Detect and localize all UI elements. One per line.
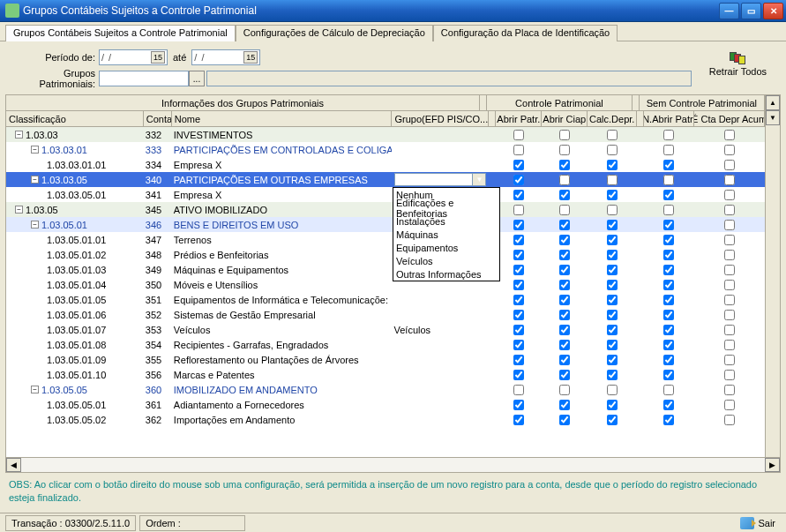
date-from-picker-icon[interactable]: 15 (151, 51, 165, 64)
checkbox-ac[interactable] (559, 205, 570, 215)
date-from-input[interactable]: / / 15 (99, 49, 168, 65)
checkbox-cd[interactable] (607, 280, 618, 290)
checkbox-ec[interactable] (724, 325, 735, 335)
checkbox-na[interactable] (663, 295, 674, 305)
checkbox-na[interactable] (663, 130, 674, 140)
scroll-left-button[interactable]: ◀ (6, 458, 21, 472)
checkbox-ec[interactable] (724, 235, 735, 245)
checkbox-na[interactable] (663, 175, 674, 185)
horizontal-scrollbar[interactable]: ◀ ▶ (6, 457, 780, 472)
checkbox-cd[interactable] (607, 310, 618, 320)
checkbox-na[interactable] (663, 415, 674, 425)
checkbox-na[interactable] (663, 340, 674, 350)
checkbox-cd[interactable] (607, 415, 618, 425)
grupos-browse-button[interactable]: ... (189, 71, 205, 86)
checkbox-ap[interactable] (513, 295, 524, 305)
tab-grupos[interactable]: Grupos Contábeis Sujeitos a Controle Pat… (5, 25, 236, 41)
col-conta[interactable]: Conta (144, 111, 172, 126)
checkbox-na[interactable] (663, 190, 674, 200)
checkbox-ac[interactable] (559, 340, 570, 350)
tree-toggle[interactable]: − (31, 386, 39, 393)
table-row[interactable]: 1.03.05.01.03349Máquinas e Equipamentos (6, 262, 765, 277)
checkbox-ap[interactable] (513, 280, 524, 290)
checkbox-ac[interactable] (559, 190, 570, 200)
tree-toggle[interactable]: − (15, 131, 23, 139)
col-abrir-patr[interactable]: Abrir Patr. (496, 111, 542, 126)
date-to-input[interactable]: / / 15 (191, 49, 260, 65)
checkbox-ec[interactable] (724, 370, 735, 380)
dropdown-option[interactable]: Edificações e Benfeitorias (393, 201, 499, 214)
checkbox-na[interactable] (663, 280, 674, 290)
scroll-up-button[interactable]: ▲ (766, 95, 780, 110)
checkbox-cd[interactable] (607, 220, 618, 230)
checkbox-ec[interactable] (724, 310, 735, 320)
checkbox-na[interactable] (663, 235, 674, 245)
table-row[interactable]: −1.03.05.05360IMOBILIZADO EM ANDAMENTO (6, 382, 765, 397)
checkbox-ap[interactable] (513, 130, 524, 140)
checkbox-ac[interactable] (559, 355, 570, 365)
checkbox-ec[interactable] (724, 160, 735, 170)
table-row[interactable]: 1.03.05.01.06352Sistemas de Gestão Empre… (6, 307, 765, 322)
checkbox-ac[interactable] (559, 235, 570, 245)
checkbox-ac[interactable] (559, 175, 570, 185)
grid-body[interactable]: −1.03.03332INVESTIMENTOS−1.03.03.01333PA… (6, 127, 765, 457)
checkbox-ap[interactable] (513, 400, 524, 410)
checkbox-ap[interactable] (513, 220, 524, 230)
table-row[interactable]: 1.03.05.01.05351Equipamentos de Informát… (6, 292, 765, 307)
tree-toggle[interactable]: − (31, 176, 39, 184)
checkbox-ac[interactable] (559, 370, 570, 380)
checkbox-ap[interactable] (513, 190, 524, 200)
checkbox-ap[interactable] (513, 355, 524, 365)
checkbox-ec[interactable] (724, 280, 735, 290)
grupo-dropdown[interactable]: NenhumEdificações e BenfeitoriasInstalaç… (393, 187, 500, 281)
checkbox-ap[interactable] (513, 250, 524, 260)
tree-toggle[interactable]: − (15, 206, 23, 214)
checkbox-ec[interactable] (724, 175, 735, 185)
checkbox-cd[interactable] (607, 130, 618, 140)
col-nome[interactable]: Nome (172, 111, 393, 126)
checkbox-na[interactable] (663, 400, 674, 410)
checkbox-ap[interactable] (513, 385, 524, 395)
vertical-scrollbar[interactable]: ▲ ▼ (765, 95, 780, 457)
checkbox-ec[interactable] (724, 205, 735, 215)
checkbox-cd[interactable] (607, 370, 618, 380)
checkbox-ec[interactable] (724, 250, 735, 260)
scroll-track[interactable] (21, 458, 765, 472)
checkbox-cd[interactable] (607, 145, 618, 155)
table-row[interactable]: 1.03.05.01.08354Recipientes - Garrafas, … (6, 337, 765, 352)
checkbox-cd[interactable] (607, 205, 618, 215)
cell-grupo[interactable]: Veículos (393, 325, 490, 335)
checkbox-ap[interactable] (513, 145, 524, 155)
tree-toggle[interactable]: − (31, 146, 39, 154)
table-row[interactable]: −1.03.03332INVESTIMENTOS (6, 127, 765, 142)
checkbox-na[interactable] (663, 385, 674, 395)
dropdown-option[interactable]: Outras Informações (393, 267, 499, 281)
checkbox-ac[interactable] (559, 400, 570, 410)
checkbox-ap[interactable] (513, 325, 524, 335)
checkbox-ap[interactable] (513, 340, 524, 350)
scroll-down-button[interactable]: ▼ (766, 110, 780, 125)
checkbox-ac[interactable] (559, 250, 570, 260)
checkbox-na[interactable] (663, 205, 674, 215)
retrair-todos-button[interactable]: Retrair Todos (709, 52, 767, 77)
table-row[interactable]: 1.03.05.05.01361Adiantamento a Fornecedo… (6, 397, 765, 412)
col-grupo[interactable]: Grupo(EFD PIS/CO... (392, 111, 489, 126)
table-row[interactable]: −1.03.03.05340PARTICIPAÇÕES EM OUTRAS EM… (6, 172, 765, 187)
grupos-input[interactable] (99, 71, 189, 86)
table-row[interactable]: 1.03.03.01.01334Empresa X (6, 157, 765, 172)
checkbox-cd[interactable] (607, 355, 618, 365)
minimize-button[interactable]: — (719, 3, 739, 19)
checkbox-ac[interactable] (559, 265, 570, 275)
checkbox-na[interactable] (663, 370, 674, 380)
checkbox-na[interactable] (663, 160, 674, 170)
col-classificacao[interactable]: Classificação (6, 111, 144, 126)
checkbox-ec[interactable] (724, 265, 735, 275)
cell-grupo[interactable]: ▼ (393, 173, 490, 186)
checkbox-cd[interactable] (607, 250, 618, 260)
date-to-picker-icon[interactable]: 15 (243, 51, 258, 64)
checkbox-na[interactable] (663, 145, 674, 155)
dropdown-option[interactable]: Máquinas (393, 228, 499, 241)
checkbox-cd[interactable] (607, 400, 618, 410)
checkbox-ac[interactable] (559, 160, 570, 170)
checkbox-ec[interactable] (724, 295, 735, 305)
